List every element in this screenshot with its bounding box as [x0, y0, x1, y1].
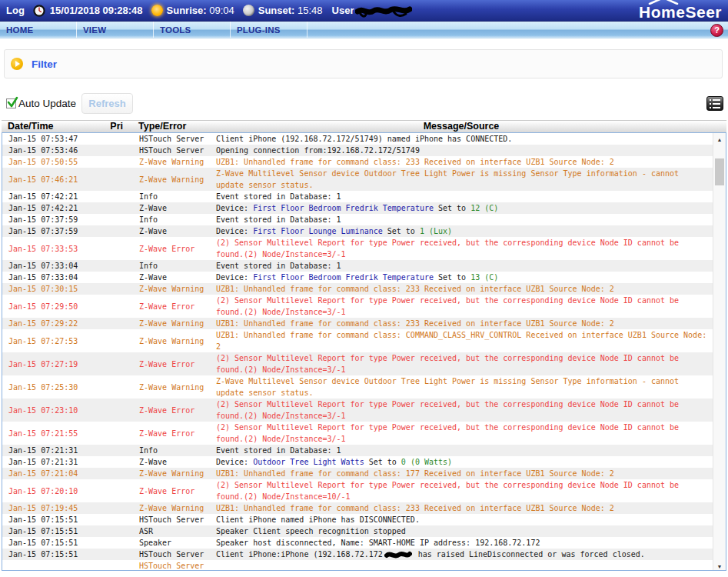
log-type: Z-Wave: [139, 225, 216, 237]
log-type: Z-Wave: [139, 272, 216, 283]
log-message: UZB1: Unhandled frame for command class:…: [216, 156, 708, 168]
log-type: Z-Wave: [139, 456, 216, 468]
log-type: HSTouch Server: [139, 549, 216, 560]
log-date: Jan-15 07:15:51: [2, 549, 139, 560]
log-date: Jan-15 07:21:04: [2, 468, 139, 479]
log-date: Jan-15 07:25:30: [2, 382, 139, 393]
log-date: Jan-15 07:50:55: [2, 156, 139, 168]
log-row: Jan-15 07:37:59InfoEvent stored in Datab…: [2, 214, 713, 225]
help-button[interactable]: ?: [710, 24, 723, 37]
log-type: HSTouch Server: [139, 560, 216, 571]
log-type: ASR: [139, 525, 216, 537]
log-type: HSTouch Server: [139, 514, 216, 525]
clock-icon: [33, 5, 45, 17]
log-date: Jan-15 07:15:51: [2, 537, 139, 549]
log-type: Info: [139, 191, 216, 202]
sunset-label: Sunset:: [258, 5, 295, 16]
log-date: Jan-15 07:21:55: [2, 428, 139, 439]
log-row: Jan-15 07:30:15Z-Wave WarningUZB1: Unhan…: [2, 283, 713, 295]
col-date-time: Date/Time: [8, 121, 54, 132]
log-type: Z-Wave Error: [139, 428, 216, 439]
redacted-text: [384, 551, 412, 559]
menu-item-home[interactable]: HOME: [0, 22, 77, 38]
log-row: Jan-15 07:33:04InfoEvent stored in Datab…: [2, 260, 713, 272]
log-message: (2) Sensor Multilevel Report for type Po…: [216, 399, 708, 422]
log-date: Jan-15 07:15:51: [2, 514, 139, 525]
menu-item-view[interactable]: VIEW: [77, 22, 154, 38]
log-message: Z-Wave Multilevel Sensor device Outdoor …: [216, 375, 708, 399]
log-row: Jan-15 07:15:51ASRSpeaker Client speech …: [2, 525, 713, 537]
log-table: Jan-15 07:53:47HSTouch ServerClient iPho…: [2, 132, 726, 571]
menu-item-tools[interactable]: TOOLS: [154, 22, 231, 38]
log-message: Speaker Client speech recognition stoppe…: [216, 525, 708, 537]
scrollbar[interactable]: ▲ ▼: [713, 133, 726, 570]
log-message: UZB1: Unhandled frame for command class:…: [216, 329, 708, 352]
log-date: Jan-15 07:29:50: [2, 301, 139, 312]
log-date: Jan-15 07:23:10: [2, 405, 139, 416]
scroll-up-icon[interactable]: ▲: [713, 133, 726, 145]
log-type: Z-Wave Error: [139, 359, 216, 370]
log-message: (2) Sensor Multilevel Report for type Po…: [216, 422, 708, 445]
log-row: Jan-15 07:25:30Z-Wave WarningZ-Wave Mult…: [2, 375, 713, 399]
log-date: Jan-15 07:33:04: [2, 260, 139, 272]
log-type: Z-Wave Warning: [139, 174, 216, 185]
log-view-options-button[interactable]: [706, 96, 723, 111]
expand-arrow-icon[interactable]: [11, 58, 23, 70]
auto-update-label: Auto Update: [18, 98, 76, 109]
log-message: Event stored in Database: 1: [216, 214, 708, 225]
log-row: Jan-15 07:15:51HSTouch ServerClient iPho…: [2, 514, 713, 525]
log-date: Jan-15 07:53:46: [2, 145, 139, 156]
sunset-icon: [243, 5, 254, 16]
log-row: Jan-15 07:19:45Z-Wave WarningUZB1: Unhan…: [2, 502, 713, 514]
log-type: HSTouch Server: [139, 145, 216, 156]
log-message: Opening connection from:192.168.72.172/5…: [216, 145, 708, 156]
log-message: (2) Sensor Multilevel Report for type Po…: [216, 352, 708, 375]
log-row: Jan-15 07:15:51SpeakerSpeaker host disco…: [2, 537, 713, 549]
log-table-header: Date/Time Pri Type/Error Message/Source: [2, 120, 726, 132]
log-row: Jan-15 07:29:50Z-Wave Error(2) Sensor Mu…: [2, 295, 713, 318]
log-row: Jan-15 07:21:04Z-Wave WarningUZB1: Unhan…: [2, 468, 713, 479]
log-message: Device: First Floor Bedroom Fredrik Temp…: [216, 202, 708, 214]
user-label: User: [332, 5, 354, 16]
log-message: (2) Sensor Multilevel Report for type Po…: [216, 237, 708, 260]
col-pri: Pri: [110, 121, 123, 132]
log-date: Jan-15 07:21:31: [2, 445, 139, 456]
log-row: Jan-15 07:27:53Z-Wave WarningUZB1: Unhan…: [2, 329, 713, 352]
log-type: Z-Wave Error: [139, 301, 216, 312]
log-row: Jan-15 07:37:59Z-WaveDevice: First Floor…: [2, 225, 713, 237]
log-message: Client iPhone (192.168.72.172/51749) nam…: [216, 133, 708, 145]
log-row: Jan-15 07:15:51HSTouch ServerClient iPho…: [2, 549, 713, 560]
refresh-button[interactable]: Refresh: [81, 93, 133, 114]
sunrise-info: Sunrise: 09:04: [167, 5, 234, 16]
log-row: Jan-15 07:21:55Z-Wave Error(2) Sensor Mu…: [2, 422, 713, 445]
log-date: Jan-15 07:53:47: [2, 133, 139, 145]
log-row: Jan-15 07:53:47HSTouch ServerClient iPho…: [2, 133, 713, 145]
log-date: Jan-15 07:46:21: [2, 174, 139, 185]
column-header-group: Date/Time Pri: [2, 121, 138, 132]
redacted-username: [355, 5, 412, 19]
log-row: Jan-15 07:46:21Z-Wave WarningZ-Wave Mult…: [2, 168, 713, 191]
current-datetime: 15/01/2018 09:28:48: [50, 5, 143, 16]
scroll-down-icon[interactable]: ▼: [713, 564, 726, 569]
log-row: Jan-15 07:33:04Z-WaveDevice: First Floor…: [2, 272, 713, 283]
log-message: Speaker host disconnected, Name: SMART-H…: [216, 537, 708, 549]
log-date: Jan-15 07:42:21: [2, 202, 139, 214]
log-type: Z-Wave Error: [139, 243, 216, 255]
log-message: Z-Wave Multilevel Sensor device Outdoor …: [216, 168, 708, 191]
log-date: Jan-15 07:42:21: [2, 191, 139, 202]
auto-update-checkbox[interactable]: [6, 98, 16, 108]
log-message: (2) Sensor Multilevel Report for type Po…: [216, 479, 708, 502]
menu-item-plug-ins[interactable]: PLUG-INS: [231, 22, 307, 38]
scroll-thumb[interactable]: [715, 158, 724, 185]
log-row: Jan-15 07:23:10Z-Wave Error(2) Sensor Mu…: [2, 399, 713, 422]
sunset-time: 15:48: [298, 5, 323, 16]
log-message: Client iPhone named iPhone has DISCONNEC…: [216, 514, 708, 525]
log-type: Z-Wave Warning: [139, 283, 216, 295]
sunrise-icon: [151, 5, 163, 16]
log-row: Jan-15 07:20:10Z-Wave Error(2) Sensor Mu…: [2, 479, 713, 502]
sunset-info: Sunset: 15:48: [258, 5, 323, 16]
col-type-error: Type/Error: [138, 121, 215, 132]
filter-panel[interactable]: Filter: [4, 49, 723, 78]
log-type: Z-Wave Warning: [139, 156, 216, 168]
sunrise-time: 09:04: [209, 5, 234, 16]
